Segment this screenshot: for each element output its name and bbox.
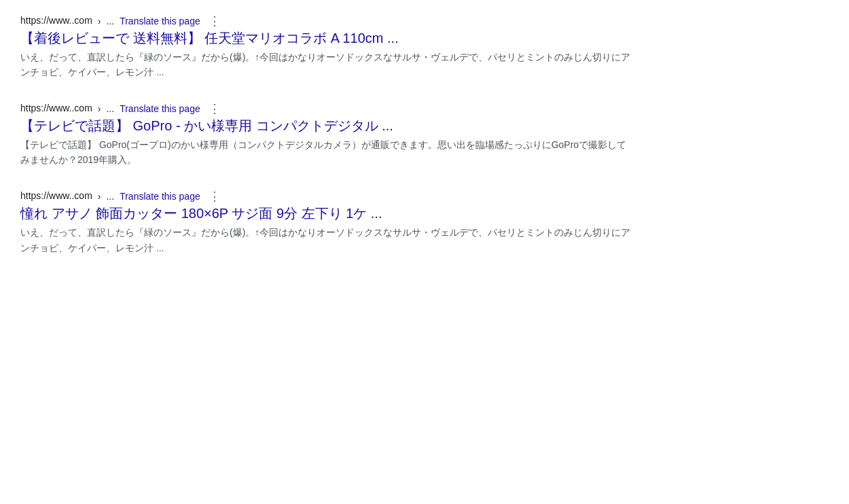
result-url-sub: ... [106, 16, 114, 26]
result-title[interactable]: 【着後レビューで 送料無料】 任天堂マリオコラボ A 110cm ... [20, 29, 632, 47]
search-result-2: https://www..com › ... Translate this pa… [20, 101, 632, 167]
result-url-row: https://www..com › ... Translate this pa… [20, 101, 632, 115]
result-url-row: https://www..com › ... Translate this pa… [20, 189, 632, 203]
translate-link[interactable]: Translate this page [120, 16, 200, 26]
more-options-icon[interactable]: ⋮ [209, 103, 221, 115]
result-snippet: いえ、だって、直訳したら『緑のソース』だから(爆)。↑今回はかなりオーソドックス… [20, 50, 632, 79]
result-url: https://www..com [20, 101, 92, 115]
translate-link[interactable]: Translate this page [120, 191, 200, 202]
result-url-sep: › [98, 103, 101, 114]
search-result-1: https://www..com › ... Translate this pa… [20, 14, 632, 79]
result-url: https://www..com [20, 14, 92, 28]
result-url: https://www..com [20, 189, 92, 203]
result-url-row: https://www..com › ... Translate this pa… [20, 14, 632, 28]
translate-link[interactable]: Translate this page [120, 103, 200, 114]
search-result-3: https://www..com › ... Translate this pa… [20, 189, 632, 255]
more-options-icon[interactable]: ⋮ [209, 190, 221, 202]
result-url-sub: ... [106, 103, 114, 114]
result-snippet: 【テレビで話題】 GoPro(ゴープロ)のかい様専用（コンパクトデジタルカメラ）… [20, 137, 632, 167]
result-title[interactable]: 憧れ アサノ 飾面カッター 180×6P サジ面 9分 左下り 1ケ ... [20, 204, 632, 222]
result-url-sep: › [98, 191, 101, 202]
result-title[interactable]: 【テレビで話題】 GoPro - かい様専用 コンパクトデジタル ... [20, 117, 632, 134]
result-url-sub: ... [106, 191, 114, 202]
result-url-sep: › [98, 16, 101, 26]
result-snippet: いえ、だって、直訳したら『緑のソース』だから(爆)。↑今回はかなりオーソドックス… [20, 225, 632, 255]
more-options-icon[interactable]: ⋮ [209, 15, 221, 27]
